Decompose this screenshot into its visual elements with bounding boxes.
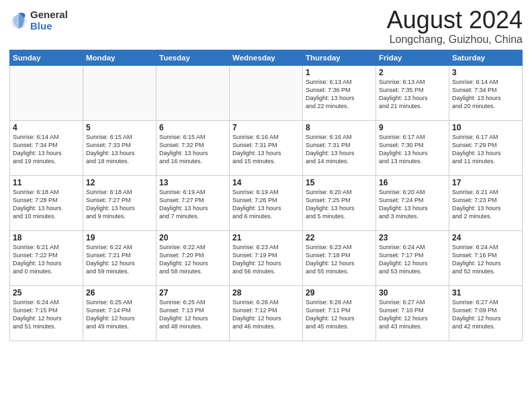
- day-number: 16: [379, 178, 446, 187]
- day-info: Sunrise: 6:26 AMSunset: 7:12 PMDaylight:…: [232, 298, 300, 331]
- calendar-header-row: SundayMondayTuesdayWednesdayThursdayFrid…: [10, 50, 523, 65]
- day-info: Sunrise: 6:22 AMSunset: 7:21 PMDaylight:…: [86, 243, 153, 276]
- calendar-week-row: 11Sunrise: 6:18 AMSunset: 7:28 PMDayligh…: [10, 175, 523, 230]
- day-number: 28: [232, 288, 300, 298]
- calendar-day-cell: [230, 65, 303, 120]
- calendar-day-cell: 22Sunrise: 6:23 AMSunset: 7:18 PMDayligh…: [303, 230, 376, 285]
- day-number: 14: [232, 178, 300, 187]
- day-info: Sunrise: 6:22 AMSunset: 7:20 PMDaylight:…: [159, 243, 226, 276]
- day-number: 2: [379, 68, 446, 77]
- day-info: Sunrise: 6:27 AMSunset: 7:10 PMDaylight:…: [379, 298, 446, 331]
- calendar-day-cell: 9Sunrise: 6:17 AMSunset: 7:30 PMDaylight…: [376, 120, 449, 175]
- day-info: Sunrise: 6:18 AMSunset: 7:27 PMDaylight:…: [86, 188, 153, 221]
- calendar-day-cell: 29Sunrise: 6:26 AMSunset: 7:11 PMDayligh…: [303, 285, 376, 340]
- day-info: Sunrise: 6:17 AMSunset: 7:30 PMDaylight:…: [379, 133, 446, 166]
- calendar-table: SundayMondayTuesdayWednesdayThursdayFrid…: [9, 50, 523, 341]
- calendar-day-cell: 27Sunrise: 6:25 AMSunset: 7:13 PMDayligh…: [157, 285, 230, 340]
- day-info: Sunrise: 6:24 AMSunset: 7:17 PMDaylight:…: [379, 243, 446, 276]
- day-number: 1: [306, 68, 373, 77]
- day-info: Sunrise: 6:23 AMSunset: 7:19 PMDaylight:…: [232, 243, 300, 276]
- day-number: 4: [13, 123, 80, 132]
- calendar-day-cell: 24Sunrise: 6:24 AMSunset: 7:16 PMDayligh…: [449, 230, 523, 285]
- calendar-week-row: 18Sunrise: 6:21 AMSunset: 7:22 PMDayligh…: [10, 230, 523, 285]
- day-number: 17: [452, 178, 519, 187]
- day-info: Sunrise: 6:25 AMSunset: 7:14 PMDaylight:…: [86, 298, 153, 331]
- day-info: Sunrise: 6:27 AMSunset: 7:09 PMDaylight:…: [452, 298, 519, 331]
- day-number: 22: [306, 233, 373, 242]
- day-number: 15: [306, 178, 373, 187]
- calendar-title: August 2024: [387, 7, 523, 34]
- day-info: Sunrise: 6:21 AMSunset: 7:22 PMDaylight:…: [13, 243, 80, 276]
- day-number: 29: [306, 288, 373, 298]
- calendar-day-cell: 10Sunrise: 6:17 AMSunset: 7:29 PMDayligh…: [449, 120, 523, 175]
- calendar-day-cell: 26Sunrise: 6:25 AMSunset: 7:14 PMDayligh…: [83, 285, 157, 340]
- calendar-week-row: 25Sunrise: 6:24 AMSunset: 7:15 PMDayligh…: [10, 285, 523, 340]
- day-info: Sunrise: 6:15 AMSunset: 7:33 PMDaylight:…: [86, 133, 153, 166]
- day-number: 26: [86, 288, 153, 298]
- day-number: 31: [452, 288, 519, 298]
- logo-icon: [9, 11, 28, 30]
- calendar-day-cell: 20Sunrise: 6:22 AMSunset: 7:20 PMDayligh…: [157, 230, 230, 285]
- day-info: Sunrise: 6:13 AMSunset: 7:35 PMDaylight:…: [379, 78, 446, 111]
- day-info: Sunrise: 6:14 AMSunset: 7:34 PMDaylight:…: [452, 78, 519, 111]
- weekday-header: Monday: [83, 50, 157, 65]
- calendar-day-cell: 23Sunrise: 6:24 AMSunset: 7:17 PMDayligh…: [376, 230, 449, 285]
- day-info: Sunrise: 6:25 AMSunset: 7:13 PMDaylight:…: [159, 298, 226, 331]
- weekday-header: Sunday: [10, 50, 83, 65]
- logo-blue: Blue: [30, 21, 68, 32]
- weekday-header: Wednesday: [230, 50, 303, 65]
- calendar-day-cell: [10, 65, 83, 120]
- calendar-day-cell: 31Sunrise: 6:27 AMSunset: 7:09 PMDayligh…: [449, 285, 523, 340]
- day-number: 23: [379, 233, 446, 242]
- calendar-day-cell: 1Sunrise: 6:13 AMSunset: 7:36 PMDaylight…: [303, 65, 376, 120]
- calendar-day-cell: 11Sunrise: 6:18 AMSunset: 7:28 PMDayligh…: [10, 175, 83, 230]
- calendar-day-cell: 14Sunrise: 6:19 AMSunset: 7:26 PMDayligh…: [230, 175, 303, 230]
- day-number: 12: [86, 178, 153, 187]
- day-info: Sunrise: 6:20 AMSunset: 7:25 PMDaylight:…: [306, 188, 373, 221]
- calendar-day-cell: 5Sunrise: 6:15 AMSunset: 7:33 PMDaylight…: [83, 120, 157, 175]
- weekday-header: Thursday: [303, 50, 376, 65]
- weekday-header: Friday: [376, 50, 449, 65]
- day-number: 8: [306, 123, 373, 132]
- calendar-week-row: 1Sunrise: 6:13 AMSunset: 7:36 PMDaylight…: [10, 65, 523, 120]
- calendar-subtitle: Longchang, Guizhou, China: [387, 34, 523, 46]
- logo-general: General: [30, 9, 68, 21]
- calendar-day-cell: 28Sunrise: 6:26 AMSunset: 7:12 PMDayligh…: [230, 285, 303, 340]
- day-number: 11: [13, 178, 80, 187]
- calendar-day-cell: 19Sunrise: 6:22 AMSunset: 7:21 PMDayligh…: [83, 230, 157, 285]
- calendar-day-cell: 4Sunrise: 6:14 AMSunset: 7:34 PMDaylight…: [10, 120, 83, 175]
- day-info: Sunrise: 6:24 AMSunset: 7:15 PMDaylight:…: [13, 298, 80, 331]
- day-number: 13: [159, 178, 226, 187]
- day-info: Sunrise: 6:26 AMSunset: 7:11 PMDaylight:…: [306, 298, 373, 331]
- day-info: Sunrise: 6:19 AMSunset: 7:27 PMDaylight:…: [159, 188, 226, 221]
- day-info: Sunrise: 6:21 AMSunset: 7:23 PMDaylight:…: [452, 188, 519, 221]
- day-number: 21: [232, 233, 300, 242]
- day-info: Sunrise: 6:19 AMSunset: 7:26 PMDaylight:…: [232, 188, 300, 221]
- day-info: Sunrise: 6:13 AMSunset: 7:36 PMDaylight:…: [306, 78, 373, 111]
- day-number: 10: [452, 123, 519, 132]
- calendar-week-row: 4Sunrise: 6:14 AMSunset: 7:34 PMDaylight…: [10, 120, 523, 175]
- day-info: Sunrise: 6:16 AMSunset: 7:31 PMDaylight:…: [306, 133, 373, 166]
- day-number: 20: [159, 233, 226, 242]
- day-info: Sunrise: 6:14 AMSunset: 7:34 PMDaylight:…: [13, 133, 80, 166]
- calendar-day-cell: 8Sunrise: 6:16 AMSunset: 7:31 PMDaylight…: [303, 120, 376, 175]
- calendar-day-cell: 18Sunrise: 6:21 AMSunset: 7:22 PMDayligh…: [10, 230, 83, 285]
- day-info: Sunrise: 6:24 AMSunset: 7:16 PMDaylight:…: [452, 243, 519, 276]
- day-number: 30: [379, 288, 446, 298]
- day-info: Sunrise: 6:17 AMSunset: 7:29 PMDaylight:…: [452, 133, 519, 166]
- day-info: Sunrise: 6:20 AMSunset: 7:24 PMDaylight:…: [379, 188, 446, 221]
- day-info: Sunrise: 6:23 AMSunset: 7:18 PMDaylight:…: [306, 243, 373, 276]
- calendar-day-cell: 7Sunrise: 6:16 AMSunset: 7:31 PMDaylight…: [230, 120, 303, 175]
- day-number: 27: [159, 288, 226, 298]
- title-block: August 2024 Longchang, Guizhou, China: [387, 7, 523, 46]
- calendar-day-cell: 30Sunrise: 6:27 AMSunset: 7:10 PMDayligh…: [376, 285, 449, 340]
- logo: General Blue: [9, 9, 68, 32]
- calendar-day-cell: 3Sunrise: 6:14 AMSunset: 7:34 PMDaylight…: [449, 65, 523, 120]
- calendar-day-cell: 13Sunrise: 6:19 AMSunset: 7:27 PMDayligh…: [157, 175, 230, 230]
- day-number: 24: [452, 233, 519, 242]
- calendar-day-cell: 12Sunrise: 6:18 AMSunset: 7:27 PMDayligh…: [83, 175, 157, 230]
- header: General Blue August 2024 Longchang, Guiz…: [9, 7, 523, 46]
- day-number: 5: [86, 123, 153, 132]
- weekday-header: Saturday: [449, 50, 523, 65]
- calendar-day-cell: [83, 65, 157, 120]
